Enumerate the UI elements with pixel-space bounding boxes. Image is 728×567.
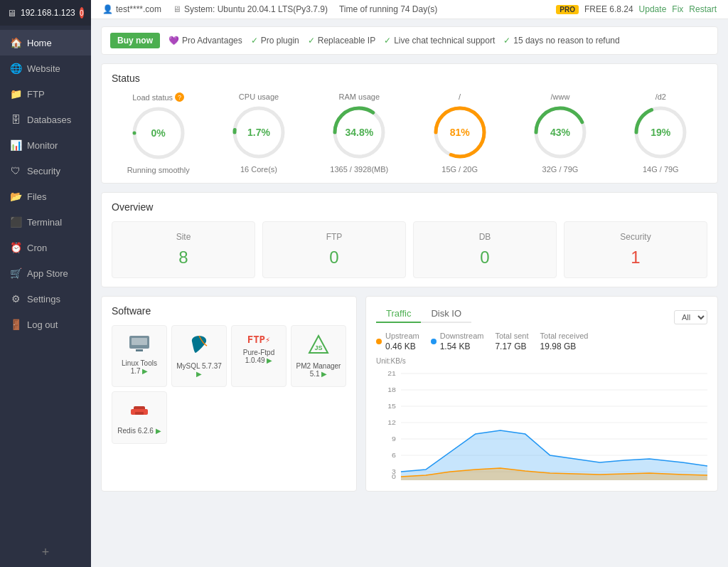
gauge-circle-2: 34.8%: [331, 104, 387, 161]
pro-feature-chat: ✓ Live chat technical support: [384, 36, 495, 46]
sidebar-item-logout[interactable]: 🚪 Log out: [0, 312, 91, 337]
sidebar-item-settings[interactable]: ⚙ Settings: [0, 286, 91, 312]
svg-text:JS: JS: [314, 344, 322, 351]
gauge-sub-4: 32G / 79G: [542, 165, 579, 174]
gauges-row: Load status? 0% Running smoothlyCPU usag…: [112, 92, 707, 174]
gauge-3: / 81% 15G / 20G: [413, 92, 506, 174]
overview-value-3: 1: [574, 248, 697, 267]
logout-icon: 🚪: [10, 319, 21, 330]
topbar-system-info: System: Ubuntu 20.04.1 LTS(Py3.7.9): [184, 4, 328, 14]
total-sent-stat: Total sent 7.17 GB: [495, 332, 528, 351]
software-name-3: PM2 Manager 5.1 ▶: [296, 362, 341, 378]
software-name-4: Redis 6.2.6 ▶: [117, 427, 161, 435]
software-item-4[interactable]: Redis 6.2.6 ▶: [112, 391, 167, 444]
topbar-runtime: Time of running 74 Day(s): [339, 4, 437, 14]
arrow-icon-0: ▶: [141, 367, 149, 375]
software-item-1[interactable]: MySQL 5.7.37 ▶: [171, 325, 227, 387]
home-icon: 🏠: [10, 37, 21, 48]
sidebar-label-appstore: App Store: [27, 268, 68, 279]
overview-card-db[interactable]: DB 0: [413, 221, 557, 278]
sidebar-item-security[interactable]: 🛡 Security: [0, 158, 91, 184]
overview-label-0: Site: [122, 232, 245, 242]
gauge-5: /d2 19% 14G / 79G: [614, 92, 707, 174]
total-sent-value: 7.17 GB: [495, 341, 528, 351]
software-grid: Linux Tools 1.7 ▶ MySQL 5.7.37 ▶ FTP⚡ Pu…: [112, 325, 346, 444]
downstream-value: 1.54 KB: [440, 341, 484, 351]
heart-icon: 💜: [168, 36, 179, 46]
sidebar-item-ftp[interactable]: 📁 FTP: [0, 81, 91, 107]
overview-value-0: 8: [122, 248, 245, 267]
sidebar-item-monitor[interactable]: 📊 Monitor: [0, 132, 91, 158]
buy-now-button[interactable]: Buy now: [110, 33, 160, 48]
gauge-value-5: 19%: [651, 127, 670, 138]
overview-card-security[interactable]: Security 1: [564, 221, 707, 278]
appstore-icon: 🛒: [10, 267, 21, 279]
monitor-icon: 📊: [10, 139, 21, 151]
gauge-sub-0: Running smoothly: [127, 166, 190, 174]
files-icon: 📂: [10, 191, 21, 202]
ftp-icon: 📁: [10, 88, 21, 100]
add-button[interactable]: +: [0, 538, 91, 567]
gauge-label-1: CPU usage: [239, 92, 279, 101]
software-item-0[interactable]: Linux Tools 1.7 ▶: [112, 325, 167, 387]
svg-text:18: 18: [387, 386, 396, 393]
sidebar-item-files[interactable]: 📂 Files: [0, 184, 91, 209]
software-item-2[interactable]: FTP⚡ Pure-Ftpd 1.0.49 ▶: [231, 325, 287, 387]
software-icon-1: [188, 334, 210, 358]
sidebar-item-home[interactable]: 🏠 Home: [0, 30, 91, 55]
gauge-value-0: 0%: [151, 127, 166, 139]
website-icon: 🌐: [10, 63, 21, 74]
sidebar-item-appstore[interactable]: 🛒 App Store: [0, 260, 91, 286]
update-link[interactable]: Update: [639, 4, 667, 14]
sidebar-label-monitor: Monitor: [27, 140, 58, 151]
arrow-icon-1: ▶: [196, 370, 202, 378]
notification-badge: 0: [80, 7, 84, 18]
arrow-icon-3: ▶: [320, 370, 328, 378]
sidebar-header: 🖥 192.168.1.123 0: [0, 0, 91, 26]
software-name-1: MySQL 5.7.37 ▶: [176, 362, 222, 378]
terminal-icon: ⬛: [10, 216, 21, 228]
overview-card-ftp[interactable]: FTP 0: [262, 221, 406, 278]
software-item-3[interactable]: JS PM2 Manager 5.1 ▶: [291, 325, 346, 387]
software-icon-3: JS: [308, 334, 329, 358]
sidebar-label-databases: Databases: [27, 115, 71, 125]
sidebar-label-ftp: FTP: [27, 89, 45, 100]
gauge-value-3: 81%: [450, 127, 470, 138]
fix-link[interactable]: Fix: [672, 4, 683, 14]
gauge-sub-1: 16 Core(s): [240, 165, 277, 174]
upstream-value: 0.46 KB: [385, 341, 419, 351]
arrow-icon-4: ▶: [154, 427, 161, 435]
gauge-sub-3: 15G / 20G: [441, 165, 478, 174]
downstream-label: Downstream: [440, 332, 484, 340]
gauge-value-4: 43%: [550, 127, 570, 138]
sidebar-item-databases[interactable]: 🗄 Databases: [0, 107, 91, 132]
sidebar-label-settings: Settings: [27, 294, 60, 304]
total-received-label: Total received: [540, 332, 589, 340]
traffic-filter-select[interactable]: All: [674, 310, 707, 324]
overview-value-2: 0: [424, 248, 546, 267]
sidebar-item-cron[interactable]: ⏰ Cron: [0, 235, 91, 260]
topbar-version: FREE 6.8.24: [584, 4, 633, 14]
info-icon[interactable]: ?: [175, 92, 184, 102]
tab-diskio[interactable]: Disk IO: [421, 305, 471, 323]
main-content: 👤 test****.com 🖥 System: Ubuntu 20.04.1 …: [91, 0, 728, 567]
gauge-value-2: 34.8%: [345, 127, 373, 138]
sidebar-label-terminal: Terminal: [27, 217, 62, 228]
check-icon-refund: ✓: [503, 36, 510, 46]
upstream-stat: Upstream 0.46 KB: [376, 332, 419, 351]
overview-card-site[interactable]: Site 8: [112, 221, 255, 278]
svg-rect-14: [136, 349, 143, 351]
sidebar-item-terminal[interactable]: ⬛ Terminal: [0, 209, 91, 235]
restart-link[interactable]: Restart: [689, 4, 717, 14]
gauge-1: CPU usage 1.7% 16 Core(s): [212, 92, 305, 174]
total-received-value: 19.98 GB: [540, 341, 589, 351]
topbar-right: PRO FREE 6.8.24 Update Fix Restart: [556, 4, 717, 14]
svg-text:0: 0: [392, 473, 396, 480]
sidebar-item-website[interactable]: 🌐 Website: [0, 55, 91, 81]
pro-feature-refund: ✓ 15 days no reason to refund: [503, 36, 619, 46]
downstream-stat: Downstream 1.54 KB: [431, 332, 484, 351]
topbar-runtime-text: Time of running 74 Day(s): [339, 4, 437, 14]
tab-traffic[interactable]: Traffic: [376, 305, 421, 323]
topbar-system: 🖥 System: Ubuntu 20.04.1 LTS(Py3.7.9): [173, 4, 328, 14]
software-name-0: Linux Tools 1.7 ▶: [117, 359, 162, 375]
